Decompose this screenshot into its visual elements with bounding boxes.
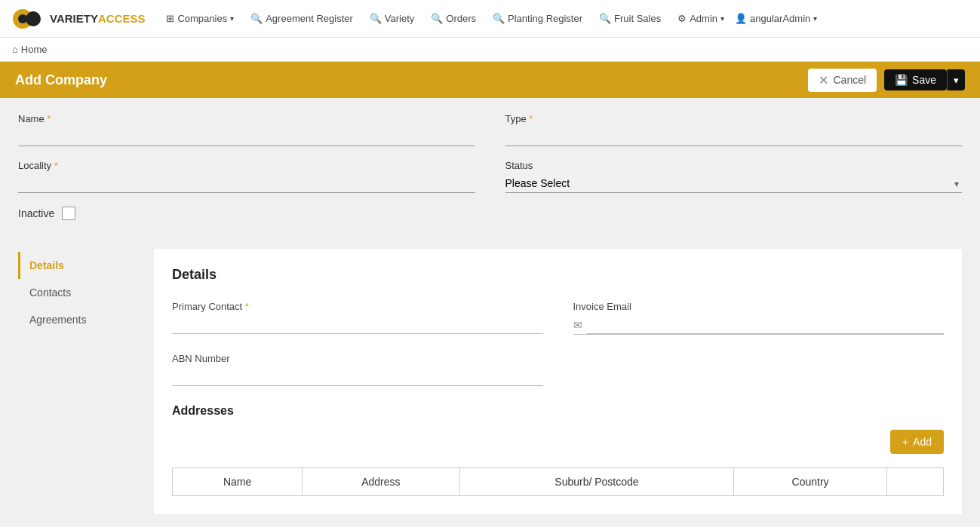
addresses-title: Addresses	[172, 404, 944, 418]
nav-user-label: angularAdmin	[750, 13, 810, 24]
brand-variety: VARIETY	[50, 12, 98, 25]
abn-number-label: ABN Number	[172, 353, 543, 364]
col-actions	[886, 468, 943, 496]
col-address: Address	[303, 468, 459, 496]
col-name: Name	[173, 468, 303, 496]
page-title: Add Company	[15, 72, 107, 88]
add-button-label: Add	[913, 436, 932, 448]
col-suburb-postcode: Suburb/ Postcode	[459, 468, 734, 496]
save-icon: 💾	[895, 74, 908, 86]
details-form-row-2: ABN Number	[172, 353, 944, 386]
brand-logo: VARIETY ACCESS	[12, 8, 145, 29]
col-country: Country	[734, 468, 886, 496]
search-icon-1: 🔍	[250, 13, 263, 24]
name-field-group: Name *	[18, 113, 475, 146]
save-dropdown-button[interactable]: ▾	[947, 69, 965, 90]
search-icon-5: 🔍	[599, 13, 611, 24]
details-form-row-1: Primary Contact * Invoice Email ✉	[172, 301, 944, 335]
addresses-table: Name Address Suburb/ Postcode Country	[172, 467, 944, 496]
status-select-wrapper: Please Select ▾	[505, 174, 963, 193]
nav-planting-label: Planting Register	[508, 13, 582, 24]
envelope-icon: ✉	[573, 319, 582, 331]
sidebar-item-agreements[interactable]: Agreements	[18, 306, 154, 333]
search-icon-4: 🔍	[493, 13, 505, 24]
locality-field-group: Locality *	[18, 160, 475, 193]
nav-variety[interactable]: 🔍 Variety	[364, 8, 421, 29]
type-input[interactable]	[505, 127, 963, 146]
svg-point-1	[26, 11, 41, 26]
add-address-button[interactable]: + Add	[890, 430, 944, 454]
svg-point-2	[18, 14, 27, 23]
table-header-row: Name Address Suburb/ Postcode Country	[173, 468, 944, 496]
home-label: Home	[21, 44, 48, 55]
addresses-table-container: Name Address Suburb/ Postcode Country	[172, 467, 944, 496]
cancel-label: Cancel	[833, 74, 866, 86]
inactive-checkbox[interactable]	[62, 207, 75, 220]
nav-agreement-label: Agreement Register	[266, 13, 353, 24]
chevron-down-icon-user: ▾	[813, 14, 817, 23]
brand-access: ACCESS	[98, 12, 146, 25]
save-button[interactable]: 💾 Save	[884, 69, 947, 90]
sidebar-agreements-label: Agreements	[29, 314, 86, 326]
nav-user[interactable]: 👤 angularAdmin ▾	[735, 13, 817, 24]
status-select[interactable]: Please Select	[505, 174, 963, 193]
addresses-header: + Add	[172, 430, 944, 461]
sidebar-contacts-label: Contacts	[29, 286, 71, 299]
sidebar-item-details[interactable]: Details	[18, 252, 154, 279]
abn-right-spacer	[573, 353, 945, 386]
nav-variety-label: Variety	[385, 13, 415, 24]
name-input[interactable]	[18, 127, 475, 146]
grid-icon: ⊞	[166, 13, 174, 24]
form-row-name-type: Name * Type *	[18, 113, 962, 146]
locality-input[interactable]	[18, 174, 475, 193]
chevron-down-icon-admin: ▾	[720, 14, 724, 23]
plus-icon: +	[902, 436, 908, 448]
status-label: Status	[505, 160, 963, 171]
nav-orders[interactable]: 🔍 Orders	[425, 8, 482, 29]
content-area: Details Contacts Agreements Details Prim…	[0, 249, 980, 527]
locality-label: Locality *	[18, 160, 475, 171]
nav-planting-register[interactable]: 🔍 Planting Register	[487, 8, 588, 29]
nav-agreement-register[interactable]: 🔍 Agreement Register	[244, 8, 359, 29]
sidebar-item-contacts[interactable]: Contacts	[18, 279, 154, 306]
details-section-title: Details	[172, 267, 944, 283]
nav-orders-label: Orders	[446, 13, 476, 24]
search-icon-2: 🔍	[370, 13, 382, 24]
invoice-email-input[interactable]	[587, 315, 945, 334]
nav-fruit-sales[interactable]: 🔍 Fruit Sales	[593, 8, 667, 29]
abn-number-group: ABN Number	[172, 353, 543, 386]
inactive-label: Inactive	[18, 207, 54, 219]
inactive-row: Inactive	[18, 207, 962, 220]
email-input-wrapper: ✉	[573, 315, 945, 335]
nav-admin[interactable]: ⚙ Admin ▾	[671, 8, 730, 29]
abn-number-input[interactable]	[172, 367, 543, 386]
home-link[interactable]: ⌂ Home	[12, 44, 48, 55]
status-field-group: Status Please Select ▾	[505, 160, 963, 193]
locality-required: *	[54, 160, 58, 171]
invoice-email-group: Invoice Email ✉	[573, 301, 945, 335]
type-field-group: Type *	[505, 113, 963, 146]
nav-admin-label: Admin	[690, 13, 717, 24]
gear-icon: ⚙	[677, 13, 687, 24]
sub-navbar: ⌂ Home	[0, 38, 980, 62]
name-label: Name *	[18, 113, 475, 124]
nav-fruit-label: Fruit Sales	[614, 13, 661, 24]
header-actions: ✕ Cancel 💾 Save ▾	[808, 69, 965, 92]
primary-contact-group: Primary Contact *	[172, 301, 543, 335]
invoice-email-label: Invoice Email	[573, 301, 945, 312]
home-icon: ⌂	[12, 44, 18, 55]
type-label: Type *	[505, 113, 963, 124]
sidebar-details-label: Details	[29, 259, 64, 271]
form-area: Name * Type * Locality * Status P	[0, 98, 980, 249]
page-header: Add Company ✕ Cancel 💾 Save ▾	[0, 62, 980, 98]
type-required: *	[529, 113, 533, 124]
search-icon-3: 🔍	[431, 13, 443, 24]
nav-companies[interactable]: ⊞ Companies ▾	[160, 8, 240, 29]
chevron-down-icon: ▾	[230, 14, 234, 23]
form-row-locality-status: Locality * Status Please Select ▾	[18, 160, 962, 193]
primary-contact-input[interactable]	[172, 315, 543, 334]
sidebar: Details Contacts Agreements	[18, 249, 154, 514]
main-panel: Details Primary Contact * Invoice Email …	[154, 249, 962, 514]
save-label: Save	[912, 74, 936, 86]
cancel-button[interactable]: ✕ Cancel	[808, 69, 877, 92]
